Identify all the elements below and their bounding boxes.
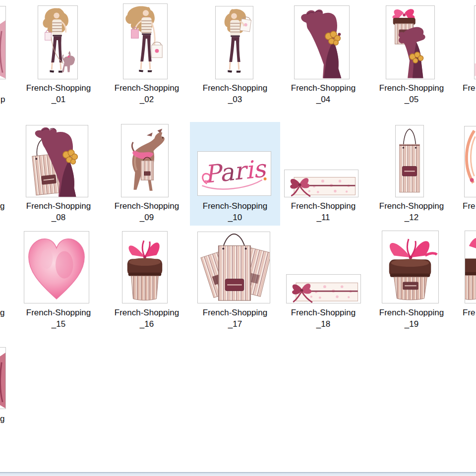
file-thumbnail-french-shopping-19[interactable] [382, 231, 439, 303]
three-shopping-bags-illustration [198, 232, 270, 303]
label-line1: French-Shopping [102, 307, 192, 318]
partial-woman-illustration [0, 6, 5, 79]
file-label-french-shopping-12[interactable]: French-Shopping _12 [366, 200, 457, 223]
label-line1: French-Shopping [366, 307, 457, 318]
label-line1: French-Shopping [13, 200, 104, 212]
file-label-french-shopping-05[interactable]: French-Shopping _05 [366, 82, 457, 105]
file-label-french-shopping-17[interactable]: French-Shopping _17 [190, 307, 280, 330]
label-line2: _18 [278, 318, 368, 330]
partial-thumbnail-left-row4[interactable] [0, 347, 6, 409]
partial-thumbnail-right-row3[interactable] [465, 231, 476, 303]
label-line2: _12 [366, 212, 457, 223]
label-line2: _09 [102, 212, 192, 223]
partial-thumbnail-right-row1[interactable] [474, 5, 476, 79]
label-line1: French-Shopping [13, 307, 104, 318]
label-line2: _08 [13, 212, 104, 223]
partial-label-left-row1[interactable]: p [0, 94, 5, 105]
label-line1: French-Shopping [102, 82, 192, 94]
label-line2: _02 [102, 94, 192, 105]
partial-label-left-row4[interactable]: g [0, 413, 4, 424]
partial-label-right-row3[interactable]: Fre [463, 307, 476, 318]
partial-label-left-row3[interactable]: g [0, 307, 4, 318]
explorer-content-area: French-Shopping _01 French-Shopping _02 … [0, 0, 476, 476]
striped-hatbox-with-bow-illustration [382, 231, 438, 303]
woman-walking-dog-illustration [38, 6, 77, 79]
woman-shopper-illustration [216, 6, 253, 79]
file-thumbnail-french-shopping-01[interactable] [38, 5, 78, 79]
label-line1: French-Shopping [102, 200, 192, 212]
gloved-hand-holding-giftbox-illustration [386, 6, 434, 79]
file-thumbnail-french-shopping-04[interactable] [294, 5, 350, 79]
pink-heart-illustration [24, 232, 89, 303]
partial-thumbnail-right-row2[interactable] [464, 126, 476, 197]
file-label-french-shopping-01[interactable]: French-Shopping _01 [13, 82, 104, 105]
file-thumbnail-french-shopping-15[interactable] [24, 231, 89, 303]
file-thumbnail-french-shopping-08[interactable] [26, 125, 88, 197]
file-thumbnail-french-shopping-09[interactable] [121, 124, 169, 197]
file-label-french-shopping-09[interactable]: French-Shopping _09 [102, 200, 192, 223]
label-line2: _04 [278, 94, 368, 105]
label-line1: French-Shopping [278, 200, 368, 212]
paris-script-illustration: Paris [198, 152, 271, 195]
striped-hatbox-with-bow-illustration [122, 232, 167, 303]
file-label-french-shopping-08[interactable]: French-Shopping _08 [13, 200, 104, 223]
file-thumbnail-french-shopping-05[interactable] [386, 5, 435, 79]
file-thumbnail-french-shopping-12[interactable] [395, 125, 424, 197]
label-line2: _17 [190, 318, 280, 330]
file-thumbnail-french-shopping-03[interactable] [215, 6, 253, 79]
long-giftbox-with-bow-illustration [287, 275, 360, 303]
label-line2: _10 [190, 212, 280, 223]
file-label-french-shopping-03[interactable]: French-Shopping _03 [190, 82, 280, 105]
file-thumbnail-french-shopping-11[interactable] [284, 170, 358, 197]
label-line1: French-Shopping [366, 82, 457, 94]
label-line2: _11 [278, 212, 368, 223]
file-label-french-shopping-10[interactable]: French-Shopping _10 [190, 200, 280, 223]
file-label-french-shopping-18[interactable]: French-Shopping _18 [278, 307, 368, 330]
label-line1: French-Shopping [278, 82, 368, 94]
partial-label-left-row2[interactable]: g [0, 200, 4, 212]
file-label-french-shopping-04[interactable]: French-Shopping _04 [278, 82, 368, 105]
file-label-french-shopping-15[interactable]: French-Shopping _15 [13, 307, 104, 330]
long-giftbox-with-bow-illustration [285, 170, 358, 197]
label-line2: _16 [102, 318, 192, 330]
gloved-hand-holding-shopping-bag-illustration [26, 125, 88, 197]
file-thumbnail-french-shopping-02[interactable] [123, 3, 168, 79]
file-label-french-shopping-11[interactable]: French-Shopping _11 [278, 200, 368, 223]
partial-hatbox-illustration [465, 231, 476, 303]
partial-illustration [0, 348, 5, 409]
label-line1: French-Shopping [190, 82, 280, 94]
file-label-french-shopping-19[interactable]: French-Shopping _19 [366, 307, 457, 330]
label-line2: _03 [190, 94, 280, 105]
partial-ribbon-illustration [465, 126, 476, 197]
horizontal-scrollbar[interactable] [0, 472, 476, 476]
label-line2: _15 [13, 318, 104, 330]
label-line1: French-Shopping [13, 82, 104, 94]
file-label-french-shopping-02[interactable]: French-Shopping _02 [102, 82, 192, 105]
partial-label-right-row2[interactable]: Fre [463, 200, 476, 212]
paris-script-text: Paris [203, 154, 268, 189]
file-thumbnail-french-shopping-17[interactable] [197, 232, 270, 303]
label-line2: _01 [13, 94, 104, 105]
label-line1: French-Shopping [366, 200, 457, 212]
striped-shopping-bag-illustration [396, 125, 423, 197]
label-line2: _19 [366, 318, 457, 330]
partial-label-right-row1[interactable]: Fre [463, 82, 476, 94]
file-thumbnail-french-shopping-16[interactable] [122, 231, 168, 303]
file-thumbnail-french-shopping-18[interactable] [286, 274, 361, 303]
label-line1: French-Shopping [190, 200, 280, 212]
partial-thumbnail-left-row1[interactable] [0, 6, 6, 79]
woman-with-shopping-bags-illustration [123, 4, 167, 79]
label-line1: French-Shopping [190, 307, 280, 318]
gloved-arm-with-bracelet-illustration [295, 6, 349, 79]
file-thumbnail-french-shopping-10[interactable]: Paris [197, 151, 271, 196]
label-line2: _05 [366, 94, 457, 105]
label-line1: French-Shopping [278, 307, 368, 318]
dog-with-shopping-bag-illustration [121, 124, 168, 197]
file-label-french-shopping-16[interactable]: French-Shopping _16 [102, 307, 192, 330]
